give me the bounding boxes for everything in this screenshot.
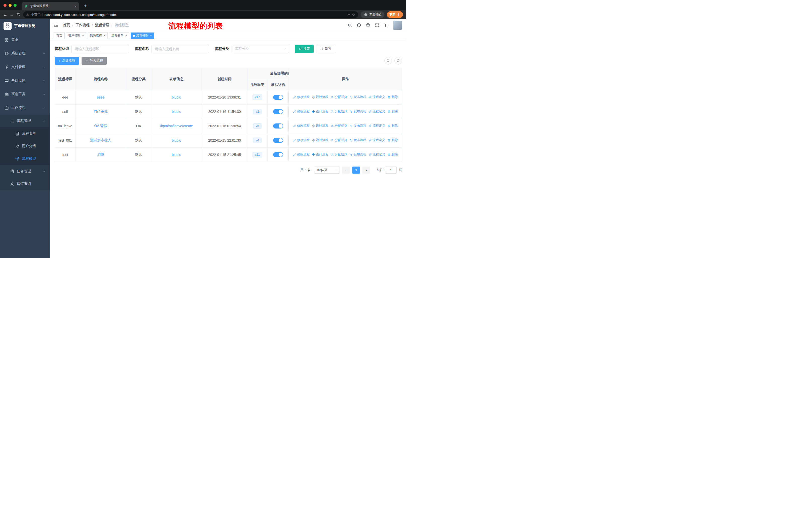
forward-icon[interactable]: → — [10, 12, 14, 17]
action-design[interactable]: 设计流程 — [312, 95, 328, 99]
user-avatar[interactable] — [393, 21, 402, 30]
sidebar-item-process-form[interactable]: 流程表单 — [0, 127, 50, 140]
view-tab-tenant-management[interactable]: 租户管理 × — [66, 32, 86, 39]
action-design[interactable]: 设计流程 — [312, 138, 328, 142]
action-assign[interactable]: 分配规则 — [331, 138, 347, 142]
next-page-button[interactable]: › — [362, 166, 370, 173]
sidebar-item-task-management[interactable]: 任务管理 — [0, 165, 50, 178]
action-delete[interactable]: 删除 — [387, 153, 398, 157]
menu-kebab-icon[interactable]: ⋮ — [397, 12, 401, 17]
view-tab-process-form[interactable]: 流程表单 × — [109, 32, 129, 39]
toggle-search-button[interactable] — [384, 57, 392, 64]
sidebar-item-user-group[interactable]: 用户分组 — [0, 140, 50, 153]
search-icon[interactable] — [348, 23, 352, 27]
action-assign[interactable]: 分配规则 — [331, 153, 347, 157]
action-assign[interactable]: 分配规则 — [331, 95, 347, 99]
import-process-button[interactable]: 导入流程 — [82, 57, 107, 65]
breadcrumb-home[interactable]: 首页 — [63, 23, 70, 27]
action-delete[interactable]: 删除 — [387, 138, 398, 142]
close-tab-icon[interactable]: × — [125, 34, 127, 37]
page-size-select[interactable]: 10条/页 — [314, 166, 340, 173]
close-window-button[interactable] — [3, 4, 6, 7]
sidebar-item-process-management[interactable]: 流程管理 — [0, 115, 50, 127]
action-edit[interactable]: 修改流程 — [293, 95, 310, 99]
sidebar-item-workflow[interactable]: 工作流程 — [0, 101, 50, 115]
action-assign[interactable]: 分配规则 — [331, 109, 347, 114]
action-publish[interactable]: 发布流程 — [350, 138, 366, 142]
process-name-input[interactable] — [151, 45, 209, 53]
action-definition[interactable]: 流程定义 — [369, 109, 385, 114]
action-edit[interactable]: 修改流程 — [293, 138, 310, 142]
zoom-window-button[interactable] — [13, 4, 17, 7]
back-icon[interactable]: ← — [3, 12, 7, 17]
action-delete[interactable]: 删除 — [387, 95, 398, 99]
reset-button[interactable]: 重置 — [316, 45, 335, 53]
fullscreen-icon[interactable] — [375, 23, 379, 27]
action-design[interactable]: 设计流程 — [312, 124, 328, 128]
active-toggle[interactable] — [273, 124, 283, 129]
breadcrumb-workflow[interactable]: 工作流程 — [76, 23, 90, 27]
minimize-window-button[interactable] — [8, 4, 11, 7]
close-tab-icon[interactable]: × — [104, 34, 106, 37]
sidebar-item-leave-query[interactable]: 请假查询 — [0, 178, 50, 190]
update-button[interactable]: 更新 ⋮ — [387, 11, 403, 18]
new-tab-button[interactable]: + — [82, 2, 89, 9]
action-publish[interactable]: 发布流程 — [350, 109, 366, 114]
action-edit[interactable]: 修改流程 — [293, 153, 310, 157]
breadcrumb-process-management[interactable]: 流程管理 — [95, 23, 109, 27]
action-design[interactable]: 设计流程 — [312, 109, 328, 114]
active-toggle[interactable] — [273, 95, 283, 100]
action-delete[interactable]: 删除 — [387, 124, 398, 128]
key-icon[interactable] — [346, 12, 350, 17]
action-definition[interactable]: 流程定义 — [369, 153, 385, 157]
page-1-button[interactable]: 1 — [352, 166, 360, 173]
process-key-input[interactable] — [71, 45, 129, 53]
form-info-link[interactable]: biubiu — [172, 153, 181, 157]
form-info-link[interactable]: /bpm/oa/leave/create — [160, 124, 193, 128]
action-assign[interactable]: 分配规则 — [331, 124, 347, 128]
process-name-link[interactable]: 滔博 — [97, 153, 104, 157]
active-toggle[interactable] — [273, 152, 283, 157]
sidebar-item-home[interactable]: 首页 — [0, 33, 50, 47]
bookmark-star-icon[interactable]: ☆ — [352, 13, 355, 17]
close-tab-icon[interactable]: × — [82, 34, 84, 37]
action-edit[interactable]: 修改流程 — [293, 124, 310, 128]
action-definition[interactable]: 流程定义 — [369, 138, 385, 142]
process-name-link[interactable]: eeee — [97, 95, 105, 99]
sidebar-logo[interactable]: 芋道管理系统 — [0, 19, 50, 33]
sidebar-item-system-management[interactable]: 系统管理 — [0, 47, 50, 60]
view-tab-my-process[interactable]: 我的流程 × — [88, 32, 108, 39]
close-tab-icon[interactable]: × — [150, 34, 152, 37]
goto-page-input[interactable] — [385, 166, 397, 173]
form-info-link[interactable]: biubiu — [172, 138, 181, 142]
sidebar-item-process-model[interactable]: 流程模型 — [0, 153, 50, 165]
active-toggle[interactable] — [273, 109, 283, 114]
action-delete[interactable]: 删除 — [387, 109, 398, 114]
github-icon[interactable] — [357, 23, 361, 27]
action-edit[interactable]: 修改流程 — [293, 109, 310, 114]
create-process-button[interactable]: + 新建流程 — [55, 57, 79, 65]
form-info-link[interactable]: biubiu — [172, 95, 181, 99]
search-button[interactable]: 搜索 — [295, 45, 314, 53]
action-publish[interactable]: 发布流程 — [350, 153, 366, 157]
category-select[interactable]: 流程分类 — [232, 45, 289, 53]
help-icon[interactable] — [366, 23, 370, 27]
action-publish[interactable]: 发布流程 — [350, 95, 366, 99]
sidebar-item-dev-tools[interactable]: 研发工具 — [0, 87, 50, 101]
font-size-icon[interactable] — [384, 23, 388, 27]
sidebar-item-payment-management[interactable]: 支付管理 — [0, 60, 50, 74]
reload-icon[interactable] — [17, 12, 21, 17]
process-name-link[interactable]: 测试多审批人 — [90, 138, 111, 142]
tab-close-icon[interactable]: × — [74, 4, 77, 8]
action-publish[interactable]: 发布流程 — [350, 124, 366, 128]
action-design[interactable]: 设计流程 — [312, 153, 328, 157]
url-bar[interactable]: ⚠ 不安全 dashboard.yudao.iocoder.cn/bpm/man… — [23, 11, 358, 18]
process-name-link[interactable]: 自己审批 — [94, 109, 108, 113]
browser-tab[interactable]: 芋道管理系统 × — [22, 2, 79, 10]
process-name-link[interactable]: OA 请假 — [94, 124, 107, 128]
action-definition[interactable]: 流程定义 — [369, 124, 385, 128]
form-info-link[interactable]: biubiu — [172, 110, 181, 114]
active-toggle[interactable] — [273, 138, 283, 143]
view-tab-process-model[interactable]: 流程模型 × — [130, 32, 154, 39]
prev-page-button[interactable]: ‹ — [342, 166, 350, 173]
